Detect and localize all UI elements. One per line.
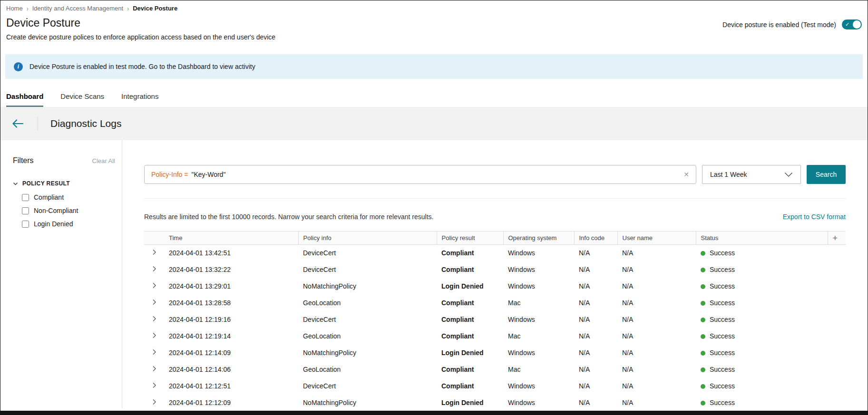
status-dot-icon [701,284,705,289]
cell-status: Success [696,395,828,411]
cell-time: 2024-04-01 12:14:06 [164,361,298,378]
page-title: Device Posture [6,17,275,29]
cell-status: Success [696,378,828,395]
cell-user-name: N/A [617,361,696,378]
test-mode-banner: i Device Posture is enabled in test mode… [5,54,863,79]
search-button[interactable]: Search [807,165,846,184]
cell-operating-system: Windows [503,245,574,261]
bottom-bar [0,411,868,415]
diagnostic-logs-table: Time Policy info Policy result Operating… [144,231,846,411]
tab-integrations[interactable]: Integrations [121,92,158,107]
row-expand-icon[interactable] [152,332,156,338]
status-dot-icon [701,367,705,372]
log-row: 2024-04-01 12:19:16DeviceCertCompliantWi… [144,311,846,328]
log-row: 2024-04-01 12:12:51DeviceCertCompliantWi… [144,378,846,395]
status-dot-icon [701,334,705,339]
cell-operating-system: Windows [503,278,574,295]
checkbox-login-denied[interactable] [22,221,29,228]
cell-policy-info: NoMatchingPolicy [298,345,437,361]
breadcrumb-home[interactable]: Home [6,5,23,12]
cell-status: Success [696,278,828,295]
time-range-value: Last 1 Week [710,171,747,178]
query-field-token: Policy-Info = [151,171,188,178]
back-arrow-icon[interactable] [11,118,24,129]
checkbox-non-compliant[interactable] [22,207,29,214]
cell-time: 2024-04-01 12:12:51 [164,378,298,395]
cell-add [828,395,846,411]
add-column-icon[interactable]: + [833,233,838,243]
cell-time: 2024-04-01 12:19:16 [164,311,298,328]
log-row: 2024-04-01 13:29:01NoMatchingPolicyLogin… [144,278,846,295]
cell-user-name: N/A [617,328,696,345]
cell-policy-info: NoMatchingPolicy [298,395,437,411]
row-expand-icon[interactable] [152,282,156,289]
cell-operating-system: Windows [503,311,574,328]
tab-device-scans[interactable]: Device Scans [60,92,104,107]
row-expand-icon[interactable] [152,299,156,305]
row-expand-icon[interactable] [152,249,156,255]
search-row: Policy-Info = "Key-Word" ✕ Last 1 Week S… [144,165,846,199]
log-row: 2024-04-01 13:32:22DeviceCertCompliantWi… [144,261,846,278]
cell-add [828,328,846,345]
log-row: 2024-04-01 12:14:06GeoLocationCompliantM… [144,361,846,378]
cell-user-name: N/A [617,245,696,261]
cell-add [828,278,846,295]
cell-policy-info: DeviceCert [298,245,437,261]
col-status: Status [696,232,828,245]
cell-operating-system: Mac [503,295,574,311]
filter-option-label: Compliant [34,193,64,201]
cell-policy-info: DeviceCert [298,378,437,395]
cell-policy-info: DeviceCert [298,261,437,278]
clear-search-icon[interactable]: ✕ [683,165,689,183]
section-title: Diagnostic Logs [50,118,121,129]
cell-policy-result: Login Denied [437,395,503,411]
cell-user-name: N/A [617,378,696,395]
row-expand-icon[interactable] [152,366,156,372]
cell-add [828,295,846,311]
log-row: 2024-04-01 13:42:51DeviceCertCompliantWi… [144,245,846,261]
filter-group-header[interactable]: POLICY RESULT [13,180,115,187]
cell-user-name: N/A [617,395,696,411]
status-dot-icon [701,401,705,405]
log-row: 2024-04-01 13:28:58GeoLocationCompliantM… [144,295,846,311]
log-row: 2024-04-01 12:19:14GeoLocationCompliantM… [144,328,846,345]
cell-add [828,345,846,361]
row-expand-icon[interactable] [152,266,156,272]
cell-add [828,261,846,278]
time-range-select[interactable]: Last 1 Week [702,165,801,184]
cell-user-name: N/A [617,261,696,278]
cell-time: 2024-04-01 13:29:01 [164,278,298,295]
cell-info-code: N/A [574,278,617,295]
status-dot-icon [701,251,705,256]
row-expand-icon[interactable] [152,349,156,355]
status-dot-icon [701,301,705,306]
row-expand-icon[interactable] [152,316,156,322]
row-expand-icon[interactable] [152,399,156,405]
filters-sidebar: Filters Clear All POLICY RESULT Complian… [0,140,122,408]
cell-time: 2024-04-01 12:12:09 [164,395,298,411]
main-panel: Policy-Info = "Key-Word" ✕ Last 1 Week S… [122,140,868,408]
table-header-row: Time Policy info Policy result Operating… [144,232,846,245]
row-expand-icon[interactable] [152,382,156,388]
cell-policy-info: GeoLocation [298,295,437,311]
filter-group-policy-result: POLICY RESULT Compliant Non-Compliant Lo… [13,180,115,228]
cell-user-name: N/A [617,278,696,295]
chevron-right-icon: › [127,4,129,12]
breadcrumb-identity-access-management[interactable]: Identity and Access Management [32,5,124,12]
tab-dashboard[interactable]: Dashboard [6,92,43,107]
search-input[interactable]: Policy-Info = "Key-Word" ✕ [144,165,696,184]
banner-text: Device Posture is enabled in test mode. … [29,63,255,70]
cell-status: Success [696,361,828,378]
checkbox-compliant[interactable] [22,194,29,201]
page-subtitle: Create device posture polices to enforce… [6,33,275,41]
device-posture-page: Home › Identity and Access Management › … [0,0,868,415]
device-posture-toggle[interactable]: ✓ [842,19,862,29]
col-info-code: Info code [574,232,617,245]
clear-all-link[interactable]: Clear All [92,157,115,164]
export-csv-link[interactable]: Export to CSV format [783,213,846,221]
toggle-knob [853,20,861,29]
status-dot-icon [701,318,705,322]
cell-policy-result: Login Denied [437,345,503,361]
log-row: 2024-04-01 12:14:09NoMatchingPolicyLogin… [144,345,846,361]
cell-add [828,245,846,261]
